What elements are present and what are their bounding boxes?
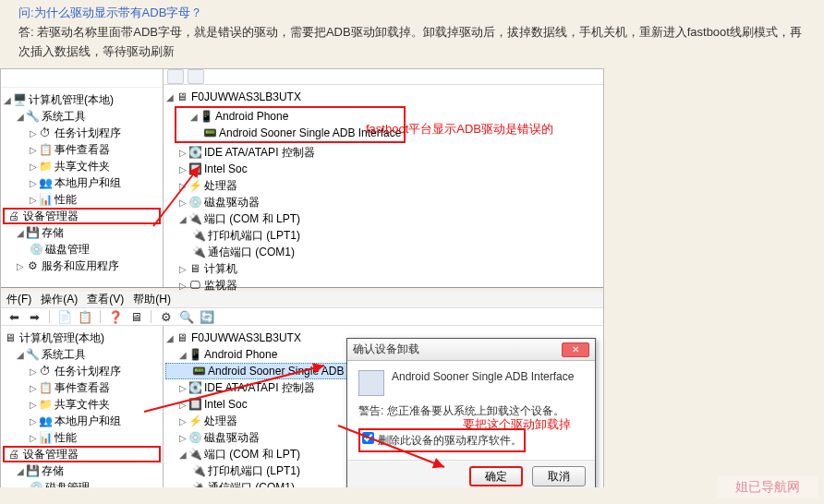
- screenshot-2: 件(F) 操作(A) 查看(V) 帮助(H) ⬅ ➡ 📄 📋 ❓ 🖥 ⚙ 🔍 🔄…: [1, 292, 603, 486]
- tree-services[interactable]: ▷⚙服务和应用程序: [3, 258, 161, 274]
- device-intelsoc[interactable]: ▷🔲Intel Soc: [165, 161, 601, 177]
- answer-text: 答: 若驱动名称里面带ADB字母，就是错误的驱动，需要把ADB驱动卸载掉。卸载掉…: [18, 23, 806, 62]
- watermark: 姐已导航网: [717, 476, 818, 487]
- device-lpt1[interactable]: 🔌打印机端口 (LPT1): [165, 227, 601, 244]
- toolbar-btn[interactable]: 🔄: [198, 308, 216, 325]
- device-icon: [358, 370, 384, 396]
- dialog-checkbox-row[interactable]: 删除此设备的驱动程序软件。: [362, 434, 522, 447]
- monitor-icon: 🖵: [188, 279, 202, 292]
- cpu-icon: ⚡: [188, 179, 202, 192]
- device-diskdrives[interactable]: ▷💿磁盘驱动器: [165, 194, 601, 210]
- cancel-button[interactable]: 取消: [532, 466, 586, 486]
- tree-eventviewer[interactable]: ▷📋事件查看器: [3, 141, 161, 158]
- tools-icon: 🔧: [25, 110, 40, 123]
- menu-view[interactable]: 查看(V): [87, 292, 124, 307]
- dialog-title: 确认设备卸载: [353, 342, 419, 357]
- tree-root[interactable]: 🖥计算机管理(本地): [3, 330, 161, 346]
- computer-icon: 🖥: [188, 262, 202, 275]
- device-ideata[interactable]: ▷💽IDE ATA/ATAPI 控制器: [165, 144, 601, 161]
- device-com1[interactable]: 🔌通信端口 (COM1): [165, 244, 601, 260]
- perf-icon: 📊: [38, 193, 53, 206]
- tree-systools[interactable]: ◢🔧系统工具: [3, 108, 161, 125]
- ok-button[interactable]: 确定: [469, 466, 523, 486]
- tree-sharedfolders[interactable]: ▷📁共享文件夹: [3, 396, 161, 413]
- computer-icon: 🖥️: [12, 93, 27, 106]
- tree-scheduler[interactable]: ▷⏱任务计划程序: [3, 125, 161, 141]
- device-ports[interactable]: ◢🔌端口 (COM 和 LPT): [165, 210, 601, 227]
- port-icon: 🔌: [191, 229, 206, 242]
- toolbar-back[interactable]: ⬅: [5, 308, 23, 325]
- services-icon: ⚙: [25, 259, 40, 272]
- annotation-1: fastboot平台显示ADB驱动是错误的: [366, 121, 553, 138]
- tree-diskmgr[interactable]: 💿磁盘管理: [3, 241, 161, 258]
- uninstall-dialog: 确认设备卸载 ✕ Android Sooner Single ADB Inter…: [346, 338, 596, 487]
- right-device-pane: ◢🖥F0JUWWAS3LB3UTX ◢📱Android Phone 📟Andro…: [164, 69, 603, 287]
- question-text: 问:为什么驱动显示带有ADB字母？: [18, 4, 806, 23]
- menu-action[interactable]: 操作(A): [41, 292, 78, 307]
- left-tree-pane: ◢🖥️计算机管理(本地) ◢🔧系统工具 ▷⏱任务计划程序 ▷📋事件查看器 ▷📁共…: [1, 69, 164, 287]
- dialog-close[interactable]: ✕: [562, 342, 589, 357]
- dialog-device: Android Sooner Single ADB Interface: [392, 370, 574, 383]
- tree-diskmgr[interactable]: 💿磁盘管理: [3, 479, 161, 487]
- toolbar-btn[interactable]: [188, 69, 204, 84]
- chip-icon: 🔲: [188, 162, 202, 175]
- menu-help[interactable]: 帮助(H): [133, 292, 171, 307]
- computer-icon: 🖥: [175, 90, 189, 103]
- toolbar-btn[interactable]: [167, 69, 184, 84]
- toolbar-btn[interactable]: 🔍: [177, 308, 196, 325]
- annotation-2: 要把这个驱动卸载掉: [463, 416, 571, 433]
- toolbar-btn[interactable]: 📄: [55, 308, 74, 325]
- disk-icon: 💿: [29, 243, 43, 256]
- toolbar: [164, 69, 603, 85]
- device-host[interactable]: ◢🖥F0JUWWAS3LB3UTX: [165, 89, 601, 105]
- tree-storage[interactable]: ◢💾存储: [3, 224, 161, 241]
- menu-file[interactable]: 件(F): [6, 292, 31, 307]
- event-icon: 📋: [38, 143, 53, 156]
- delete-driver-checkbox[interactable]: [362, 432, 374, 444]
- device-icon: 📟: [202, 126, 217, 139]
- tree-localusers[interactable]: ▷👥本地用户和组: [3, 174, 161, 191]
- screenshot-1: ◢🖥️计算机管理(本地) ◢🔧系统工具 ▷⏱任务计划程序 ▷📋事件查看器 ▷📁共…: [1, 69, 603, 288]
- users-icon: 👥: [38, 176, 53, 189]
- port-icon: 🔌: [191, 246, 206, 258]
- menubar: 件(F) 操作(A) 查看(V) 帮助(H): [1, 292, 603, 308]
- storage-icon: 💾: [25, 226, 40, 239]
- toolbar-btn[interactable]: 📋: [76, 308, 94, 325]
- computer-icon: 🖥: [3, 331, 18, 344]
- tree-sharedfolders[interactable]: ▷📁共享文件夹: [3, 158, 161, 174]
- device-cpu[interactable]: ▷⚡处理器: [165, 177, 601, 194]
- toolbar-btn[interactable]: ❓: [106, 308, 125, 325]
- tree-storage[interactable]: ◢💾存储: [3, 462, 161, 479]
- toolbar-btn[interactable]: ⚙: [157, 308, 176, 325]
- tree-eventviewer[interactable]: ▷📋事件查看器: [3, 379, 161, 396]
- toolbar-fwd[interactable]: ➡: [25, 308, 43, 325]
- tree-systools[interactable]: ◢🔧系统工具: [3, 346, 161, 363]
- tree-perf[interactable]: ▷📊性能: [3, 191, 161, 208]
- disk-icon: 💿: [188, 196, 202, 209]
- toolbar: ⬅ ➡ 📄 📋 ❓ 🖥 ⚙ 🔍 🔄: [1, 308, 603, 326]
- tree-perf[interactable]: ▷📊性能: [3, 429, 161, 446]
- tree-localusers[interactable]: ▷👥本地用户和组: [3, 413, 161, 429]
- device-computer[interactable]: ▷🖥计算机: [165, 260, 601, 277]
- toolbar-btn[interactable]: 🖥: [127, 308, 145, 325]
- tree-devicemgr[interactable]: 🖨设备管理器: [3, 446, 161, 462]
- device-icon: 🖨: [6, 210, 21, 222]
- port-icon: 🔌: [188, 212, 202, 225]
- ide-icon: 💽: [188, 146, 202, 159]
- tree-scheduler[interactable]: ▷⏱任务计划程序: [3, 363, 161, 379]
- phone-icon: 📱: [199, 110, 213, 123]
- tree-devicemgr[interactable]: 🖨设备管理器: [3, 208, 161, 224]
- tree-root[interactable]: ◢🖥️计算机管理(本地): [3, 91, 161, 108]
- folder-icon: 📁: [38, 160, 53, 173]
- scheduler-icon: ⏱: [38, 126, 53, 139]
